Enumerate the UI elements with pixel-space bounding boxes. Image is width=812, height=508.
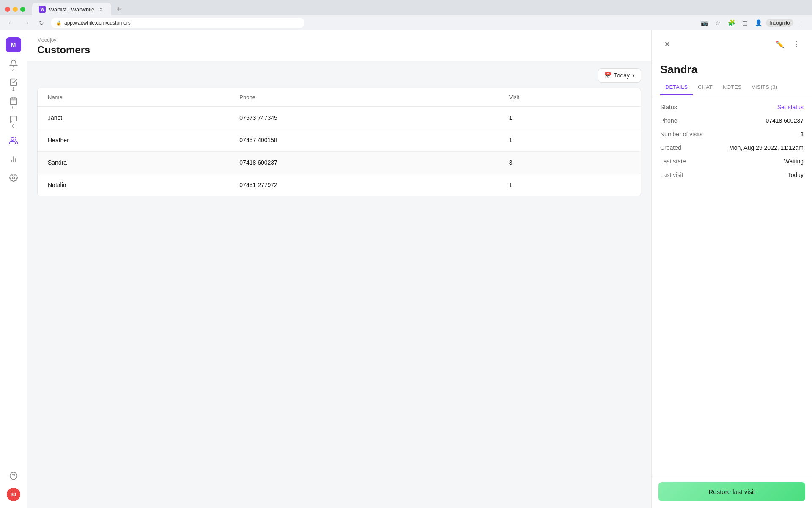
cell-name: Janet bbox=[38, 107, 229, 129]
sidebar-item-settings[interactable] bbox=[5, 169, 22, 186]
panel-close-button[interactable]: ✕ bbox=[660, 37, 674, 51]
calendar-badge: 0 bbox=[12, 106, 15, 110]
calendar-icon bbox=[9, 97, 18, 105]
main-content: Moodjoy Customers 📅 Today ▾ Name Phone bbox=[27, 30, 651, 508]
refresh-button[interactable]: ↻ bbox=[36, 17, 47, 29]
address-bar[interactable]: 🔒 app.waitwhile.com/customers bbox=[51, 18, 304, 28]
cell-phone: 07451 277972 bbox=[229, 174, 499, 196]
tab-bar: W Waitlist | Waitwhile × + bbox=[0, 0, 812, 15]
panel-tabs: DETAILS CHAT NOTES VISITS (3) bbox=[652, 80, 812, 95]
back-button[interactable]: ← bbox=[5, 17, 17, 29]
calendar-icon: 📅 bbox=[604, 72, 612, 79]
col-header-visit: Visit bbox=[499, 88, 641, 107]
nav-extras: 📷 ☆ 🧩 ▤ 👤 Incognito ⋮ bbox=[698, 17, 807, 29]
detail-value: Waiting bbox=[784, 158, 804, 165]
app-container: M 4 1 0 bbox=[0, 30, 812, 508]
menu-icon[interactable]: ⋮ bbox=[795, 17, 807, 29]
today-button[interactable]: 📅 Today ▾ bbox=[598, 68, 641, 83]
table-row[interactable]: Janet 07573 747345 1 bbox=[38, 107, 641, 129]
bar-chart-icon bbox=[9, 155, 18, 163]
panel-footer: Restore last visit bbox=[652, 475, 812, 508]
cell-visit: 1 bbox=[499, 107, 641, 129]
svg-point-4 bbox=[11, 138, 14, 141]
nav-bar: ← → ↻ 🔒 app.waitwhile.com/customers 📷 ☆ … bbox=[0, 15, 812, 30]
tab-close-button[interactable]: × bbox=[98, 6, 104, 13]
tab-title: Waitlist | Waitwhile bbox=[49, 6, 94, 13]
cell-phone: 07418 600237 bbox=[229, 152, 499, 174]
cell-visit: 1 bbox=[499, 129, 641, 152]
detail-field-row: Last state Waiting bbox=[660, 158, 804, 165]
new-tab-button[interactable]: + bbox=[113, 3, 125, 15]
sidebar-item-tasks[interactable]: 1 bbox=[5, 76, 22, 93]
restore-last-visit-button[interactable]: Restore last visit bbox=[658, 482, 805, 501]
camera-icon: 📷 bbox=[698, 17, 710, 29]
cell-phone: 07457 400158 bbox=[229, 129, 499, 152]
sidebar-item-customers[interactable] bbox=[5, 132, 22, 149]
customers-table: Name Phone Visit Janet 07573 747345 1 He… bbox=[37, 88, 641, 196]
tab-visits[interactable]: VISITS (3) bbox=[746, 80, 782, 95]
tab-details[interactable]: DETAILS bbox=[660, 80, 693, 95]
chevron-down-icon: ▾ bbox=[632, 72, 635, 78]
forward-button[interactable]: → bbox=[20, 17, 32, 29]
star-icon[interactable]: ☆ bbox=[712, 17, 724, 29]
col-header-phone: Phone bbox=[229, 88, 499, 107]
help-circle-icon bbox=[9, 472, 18, 480]
detail-value: 07418 600237 bbox=[765, 117, 804, 124]
tab-chat[interactable]: CHAT bbox=[693, 80, 717, 95]
detail-field-row: Created Mon, Aug 29 2022, 11:12am bbox=[660, 144, 804, 151]
detail-field-row: Number of visits 3 bbox=[660, 131, 804, 138]
extensions-icon[interactable]: 🧩 bbox=[725, 17, 737, 29]
bell-icon bbox=[9, 59, 18, 68]
detail-label: Last visit bbox=[660, 171, 683, 178]
url-text: app.waitwhile.com/customers bbox=[64, 20, 131, 26]
sidebar-item-messages[interactable]: 0 bbox=[5, 113, 22, 130]
detail-value[interactable]: Set status bbox=[777, 104, 804, 110]
panel-actions: ✏️ ⋮ bbox=[773, 37, 804, 51]
detail-panel: ✕ ✏️ ⋮ Sandra DETAILS CHAT NOTES VISITS … bbox=[651, 30, 812, 508]
sidebar-item-notifications[interactable]: 4 bbox=[5, 58, 22, 75]
detail-label: Last state bbox=[660, 158, 686, 165]
page-title: Customers bbox=[37, 44, 641, 56]
incognito-badge: Incognito bbox=[766, 19, 793, 27]
tab-notes[interactable]: NOTES bbox=[718, 80, 747, 95]
detail-value: 3 bbox=[800, 131, 804, 138]
profile-icon[interactable]: 👤 bbox=[752, 17, 764, 29]
settings-icon bbox=[9, 174, 18, 182]
maximize-traffic-light[interactable] bbox=[20, 7, 25, 12]
toolbar: 📅 Today ▾ bbox=[37, 68, 641, 83]
active-tab[interactable]: W Waitlist | Waitwhile × bbox=[32, 3, 111, 16]
table-row[interactable]: Heather 07457 400158 1 bbox=[38, 129, 641, 152]
sidebar-item-analytics[interactable] bbox=[5, 151, 22, 168]
detail-label: Created bbox=[660, 144, 681, 151]
cell-name: Heather bbox=[38, 129, 229, 152]
cell-visit: 3 bbox=[499, 152, 641, 174]
user-avatar[interactable]: SJ bbox=[7, 488, 20, 501]
cell-name: Sandra bbox=[38, 152, 229, 174]
edit-icon[interactable]: ✏️ bbox=[773, 37, 787, 51]
users-icon bbox=[9, 136, 18, 145]
sidebar-logo[interactable]: M bbox=[6, 37, 21, 52]
table-row[interactable]: Sandra 07418 600237 3 bbox=[38, 152, 641, 174]
table-row[interactable]: Natalia 07451 277972 1 bbox=[38, 174, 641, 196]
sidebar-item-help[interactable] bbox=[5, 467, 22, 484]
svg-rect-0 bbox=[10, 98, 16, 104]
detail-value: Today bbox=[788, 171, 804, 178]
svg-point-8 bbox=[12, 177, 14, 179]
sidebar: M 4 1 0 bbox=[0, 30, 27, 508]
more-options-icon[interactable]: ⋮ bbox=[790, 37, 804, 51]
cell-name: Natalia bbox=[38, 174, 229, 196]
detail-label: Phone bbox=[660, 117, 677, 124]
page-header: Moodjoy Customers bbox=[27, 30, 651, 61]
lock-icon: 🔒 bbox=[56, 20, 62, 26]
traffic-lights bbox=[5, 7, 25, 12]
close-traffic-light[interactable] bbox=[5, 7, 10, 12]
minimize-traffic-light[interactable] bbox=[13, 7, 18, 12]
detail-label: Number of visits bbox=[660, 131, 702, 138]
sidebar-item-calendar[interactable]: 0 bbox=[5, 95, 22, 112]
cell-visit: 1 bbox=[499, 174, 641, 196]
today-label: Today bbox=[614, 72, 630, 79]
sidebar-toggle-icon[interactable]: ▤ bbox=[739, 17, 751, 29]
browser-chrome: W Waitlist | Waitwhile × + ← → ↻ 🔒 app.w… bbox=[0, 0, 812, 30]
incognito-label: Incognito bbox=[769, 20, 790, 26]
panel-header: ✕ ✏️ ⋮ bbox=[652, 30, 812, 58]
